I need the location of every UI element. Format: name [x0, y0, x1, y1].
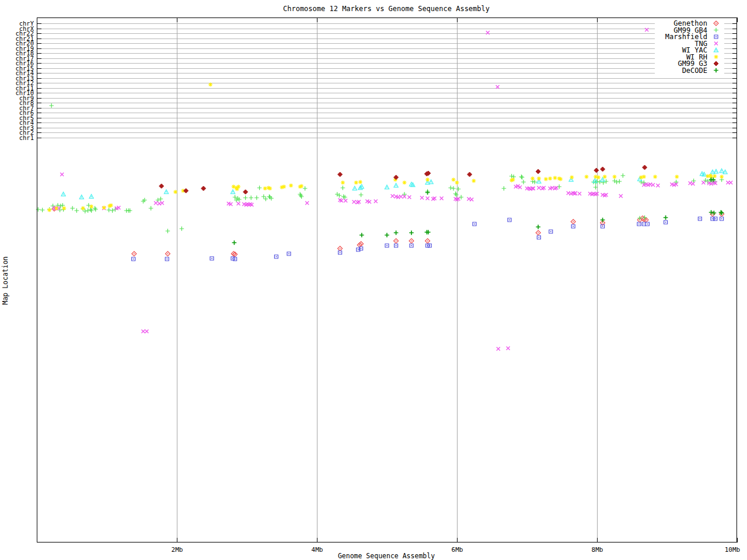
marker-gm99-gb4 — [110, 208, 115, 213]
marker-genethon — [361, 243, 362, 244]
marker-gm99-gb4 — [180, 226, 184, 231]
legend: GenethonGM99 GB4MarshfieldTNGWI YACWI RH… — [655, 19, 724, 76]
marker-wi-yac — [715, 171, 717, 172]
marker-marshfield — [638, 223, 640, 225]
legend-label: DeCODE — [682, 66, 707, 75]
marker-marshfield — [429, 245, 430, 246]
marker-gm99-gb4 — [83, 209, 88, 214]
marker-decode — [385, 233, 389, 237]
marker-wi-yac — [63, 194, 64, 195]
marker-tng — [154, 201, 158, 205]
marker-marshfield — [358, 249, 359, 250]
marker-wi-rh — [612, 174, 616, 178]
marker-marshfield — [474, 223, 475, 225]
marker-wi-rh — [537, 176, 541, 180]
marker-marshfield — [288, 253, 289, 254]
marker-marshfield — [509, 219, 510, 220]
marker-gm99-gb4 — [303, 186, 308, 191]
marker-wi-rh — [720, 174, 724, 178]
marker-tng — [426, 197, 430, 200]
marker-genethon — [602, 222, 603, 223]
marker-marshfield — [539, 237, 540, 238]
marker-genethon — [712, 214, 713, 215]
marker-tng — [237, 202, 240, 205]
marker-gm99-gb4 — [519, 174, 524, 179]
marker-gm99-gb4 — [49, 103, 54, 108]
marker-wi-rh — [584, 174, 588, 178]
marker-gm99-gb4 — [359, 192, 364, 197]
marker-gm99-gb4 — [243, 195, 248, 200]
marker-gm99-gb4 — [254, 195, 259, 200]
marker-gm99-gb4 — [75, 208, 79, 213]
marker-gm99-gb4 — [36, 207, 41, 212]
marker-wi-rh — [455, 180, 459, 184]
marker-genethon — [573, 221, 574, 222]
gnuplot-chart-window: GenethonGM99 GB4MarshfieldTNGWI YACWI RH… — [0, 0, 747, 560]
marker-tng — [486, 31, 490, 34]
marker-genethon — [134, 253, 135, 254]
marker-decode — [601, 218, 605, 222]
marker-tng — [440, 197, 444, 200]
marker-gm99-gb4 — [299, 193, 303, 198]
marker-tng — [470, 198, 473, 201]
marker-marshfield — [211, 258, 212, 259]
marker-gm99-gb4 — [89, 208, 94, 213]
marker-wi-rh — [289, 183, 293, 187]
marker-genethon — [340, 248, 341, 249]
marker-wi-rh — [472, 178, 476, 183]
chart-title: Chromosome 12 Markers vs Genome Sequence… — [283, 5, 490, 13]
marker-tng — [619, 194, 623, 198]
marker-gm99-gb4 — [674, 180, 679, 184]
marker-wi-rh — [358, 180, 362, 184]
x-tick-label: 10Mb — [725, 546, 741, 554]
marker-marshfield — [573, 226, 574, 227]
marker-wi-rh — [675, 174, 679, 178]
marker-decode — [232, 240, 237, 245]
marker-wi-yac — [704, 174, 705, 175]
marker-tng — [507, 346, 510, 350]
marker-wi-yac — [539, 181, 540, 182]
marker-wi-yac — [354, 188, 355, 189]
marker-marshfield — [133, 258, 134, 260]
marker-marshfield — [235, 258, 236, 260]
marker-marshfield — [712, 218, 713, 219]
marker-gm99-g3 — [201, 186, 206, 191]
x-tick-label: 8Mb — [592, 546, 603, 554]
marker-tng — [691, 182, 694, 186]
marker-gm99-gb4 — [532, 180, 537, 184]
marker-tng — [578, 192, 581, 195]
marker-tng — [420, 196, 424, 200]
marker-gm99-gb4 — [40, 208, 45, 212]
marker-wi-yac — [602, 179, 603, 180]
marker-wi-yac — [361, 186, 362, 187]
marker-gm99-gb4 — [149, 206, 153, 211]
marker-marshfield — [361, 248, 362, 249]
marker-tng — [305, 201, 309, 205]
marker-gm99-gb4 — [612, 178, 617, 183]
marker-wi-yac — [427, 182, 428, 183]
marker-gm99-g3 — [338, 172, 343, 177]
marker-tng — [160, 201, 164, 205]
marker-wi-yac — [431, 181, 432, 183]
marker-wi-yac — [91, 196, 92, 197]
marker-gm99-gb4 — [337, 193, 342, 198]
marker-gm99-gb4 — [335, 192, 340, 197]
marker-tng — [60, 173, 64, 176]
plot-border — [37, 18, 737, 542]
marker-wi-rh — [548, 176, 552, 180]
marker-wi-yac — [232, 191, 233, 192]
marker-decode — [409, 230, 414, 235]
marker-genethon — [427, 240, 428, 242]
chromosome-tick-label: chr1 — [19, 134, 34, 141]
marker-wi-yac — [712, 172, 713, 173]
marker-gm99-gb4 — [451, 186, 456, 191]
tick-labels: chrYchrXchr22chr21chr20chr19chr18chr17ch… — [15, 20, 740, 554]
marker-marshfield — [700, 218, 701, 219]
marker-gm99-gb4 — [448, 186, 453, 190]
plot-canvas: GenethonGM99 GB4MarshfieldTNGWI YACWI RH… — [0, 0, 747, 560]
marker-wi-yac — [413, 184, 414, 186]
axes-and-ticks — [37, 18, 738, 542]
marker-gm99-gb4 — [93, 207, 98, 212]
marker-wi-yac — [725, 172, 726, 173]
legend-marker — [715, 36, 717, 37]
